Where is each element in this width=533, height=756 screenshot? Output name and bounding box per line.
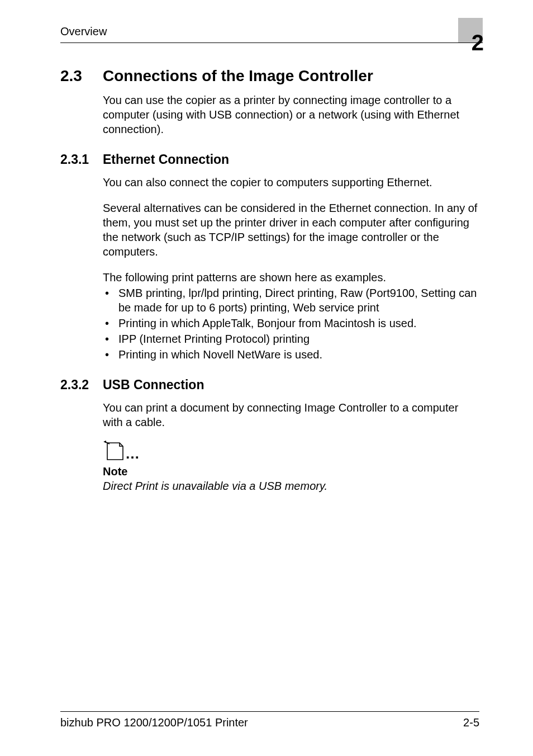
header-section-name: Overview	[60, 25, 107, 38]
heading-3-number: 2.3.2	[60, 377, 103, 393]
list-item: Printing in which AppleTalk, Bonjour fro…	[103, 316, 479, 330]
list-item: Printing in which Novell NetWare is used…	[103, 347, 479, 362]
note-body: Direct Print is unavailable via a USB me…	[103, 479, 479, 493]
heading-3-title: Ethernet Connection	[103, 152, 229, 167]
svg-text:…: …	[125, 445, 140, 462]
note-icon: …	[103, 441, 479, 463]
heading-2-number: 2.3	[60, 67, 103, 85]
page-header: Overview 2	[60, 18, 483, 43]
section-intro: You can use the copier as a printer by c…	[103, 93, 479, 136]
chapter-number: 2	[472, 31, 484, 54]
heading-2-title: Connections of the Image Controller	[103, 67, 373, 85]
heading-3-number: 2.3.1	[60, 152, 103, 167]
footer-right: 2-5	[463, 716, 479, 729]
heading-3-row-usb: 2.3.2 USB Connection	[60, 377, 479, 393]
ethernet-bullets: SMB printing, lpr/lpd printing, Direct p…	[103, 286, 479, 362]
ethernet-p2: Several alternatives can be considered i…	[103, 201, 479, 259]
note-label: Note	[103, 464, 479, 479]
section-intro-block: You can use the copier as a printer by c…	[103, 93, 479, 136]
ethernet-p3: The following print patterns are shown h…	[103, 270, 479, 285]
page: Overview 2 2.3 Connections of the Image …	[0, 0, 533, 756]
heading-3-title: USB Connection	[103, 377, 204, 393]
heading-2-row: 2.3 Connections of the Image Controller	[60, 67, 479, 85]
usb-p1: You can print a document by connecting I…	[103, 400, 479, 429]
content: 2.3 Connections of the Image Controller …	[60, 67, 479, 493]
ethernet-p1: You can also connect the copier to compu…	[103, 175, 479, 190]
heading-3-row-ethernet: 2.3.1 Ethernet Connection	[60, 152, 479, 167]
list-item: SMB printing, lpr/lpd printing, Direct p…	[103, 286, 479, 315]
usb-body: You can print a document by connecting I…	[103, 400, 479, 493]
chapter-box: 2	[458, 18, 483, 42]
ethernet-body: You can also connect the copier to compu…	[103, 175, 479, 362]
page-footer: bizhub PRO 1200/1200P/1051 Printer 2-5	[60, 711, 479, 729]
list-item: IPP (Internet Printing Protocol) printin…	[103, 332, 479, 346]
footer-left: bizhub PRO 1200/1200P/1051 Printer	[60, 716, 248, 729]
